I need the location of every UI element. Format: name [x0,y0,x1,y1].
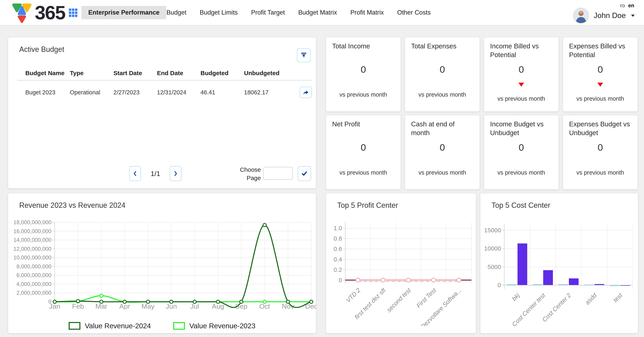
profit-center-chart-card: Top 5 Profit Center 00.20.40.60.81.0VTD … [326,194,476,333]
revenue-chart-title: Revenue 2023 vs Revenue 2024 [19,201,125,210]
decrease-indicator-icon [518,83,524,87]
nav-item-budget[interactable]: Budget [166,9,186,16]
next-page-button[interactable] [170,166,182,181]
filter-funnel-icon [300,52,307,58]
dashboard-page: 365 Enterprise Performance Budget Budget… [0,0,644,337]
col-budgeted: Budgeted [200,70,244,76]
decrease-indicator-icon [598,83,603,87]
svg-text:Feb: Feb [72,302,84,310]
cell-end-date: 12/31/2024 [157,89,200,96]
svg-text:VTD 2: VTD 2 [345,287,362,304]
nav-item-other-costs[interactable]: Other Costs [397,9,430,16]
svg-text:4,000,000,000: 4,000,000,000 [16,281,52,287]
cost-center-bar-chart: 050001000015000bkjCost Center testCost C… [480,213,638,332]
svg-text:0.2: 0.2 [334,266,342,273]
col-unbudgeted: Unbudgeted [244,70,297,76]
cell-budgeted: 46.41 [200,89,244,96]
nav-item-budget-matrix[interactable]: Budget Matrix [298,9,337,16]
checkmark-icon [301,170,308,176]
col-type: Type [70,70,114,76]
open-budget-button[interactable] [300,87,312,98]
svg-text:First Test: First Test [415,286,438,309]
svg-text:18,000,000,000: 18,000,000,000 [13,219,52,226]
cost-center-chart-card: Top 5 Cost Center 050001000015000bkjCost… [480,194,638,333]
apps-grid-icon[interactable] [69,8,77,17]
pagination: 1/1 Choose Page [8,165,316,182]
kpi-card-net-profit: Net Profit 0 vs previous month [326,116,400,189]
svg-text:0.6: 0.6 [334,246,342,252]
kpi-grid: Total Income 0 vs previous month Total E… [326,38,638,189]
svg-text:second test: second test [386,286,412,314]
table-row: Buget 2023 Operational 2/27/2023 12/31/2… [17,87,312,98]
legend-swatch-2023 [173,322,185,330]
svg-text:8,000,000,000: 8,000,000,000 [16,264,52,270]
svg-text:asdd: asdd [584,292,598,306]
svg-text:test: test [612,292,624,304]
svg-text:15000: 15000 [484,227,501,234]
chevron-right-icon [173,170,178,176]
svg-text:0: 0 [498,282,501,288]
nav-item-budget-limits[interactable]: Budget Limits [200,9,238,16]
col-start-date: Start Date [114,70,157,76]
user-menu[interactable]: John Doe [573,8,635,24]
kpi-card-cash-at-end-of-month: Cash at end of month 0 vs previous month [405,116,480,189]
logo-icon [10,2,33,24]
cell-start-date: 2/27/2023 [114,89,157,96]
kpi-card-income-budget-vs-unbudget: Income Budget vs Unbudget 0 vs previous … [484,116,558,189]
kpi-card-total-income: Total Income 0 vs previous month [326,38,400,112]
nav-item-profit-matrix[interactable]: Profit Matrix [350,9,384,16]
cost-center-title: Top 5 Cost Center [492,201,550,210]
choose-page-label: Choose Page [240,166,261,182]
enterprise-performance-button[interactable]: Enterprise Performance [82,6,166,19]
kpi-card-total-expenses: Total Expenses 0 vs previous month [405,38,480,112]
active-budget-panel: Active Budget Budget Name Type Start Dat… [8,38,316,188]
revenue-line-chart: 02,000,000,0004,000,000,0006,000,000,000… [8,213,316,311]
svg-text:5000: 5000 [488,264,501,270]
budget-table-header: Budget Name Type Start Date End Date Bud… [17,68,312,78]
chevron-down-icon [631,14,635,17]
top-bar: 365 Enterprise Performance Budget Budget… [0,0,644,25]
svg-text:10,000,000,000: 10,000,000,000 [13,254,52,261]
revenue-legend: Value Revenue-2024 Value Revenue-2023 [8,322,316,330]
svg-text:6,000,000,000: 6,000,000,000 [16,272,52,278]
cell-type: Operational [70,89,114,96]
legend-item-revenue-2023[interactable]: Value Revenue-2023 [173,322,255,330]
choose-page-input[interactable] [263,167,293,180]
filter-button[interactable] [297,48,311,62]
table-divider [17,80,312,80]
svg-text:0: 0 [338,277,342,283]
share-arrow-icon [303,89,309,96]
budget-table: Budget Name Type Start Date End Date Bud… [17,68,312,98]
svg-text:0.4: 0.4 [334,256,342,263]
avatar [573,8,589,24]
svg-text:14,000,000,000: 14,000,000,000 [13,237,52,243]
col-end-date: End Date [157,70,200,76]
svg-text:12,000,000,000: 12,000,000,000 [13,246,52,252]
legend-swatch-2024 [69,322,80,330]
profit-center-line-chart: 00.20.40.60.81.0VTD 2first test dez sfts… [326,213,476,327]
cell-budget-name: Buget 2023 [25,89,70,96]
revenue-chart-card: Revenue 2023 vs Revenue 2024 02,000,000,… [8,194,316,333]
kpi-card-income-billed-vs-potential: Income Billed vs Potential 0 vs previous… [484,38,558,112]
previous-page-button[interactable] [129,166,141,181]
active-budget-title: Active Budget [19,45,64,54]
nav-item-profit-target[interactable]: Profit Target [251,9,285,16]
logo-text: 365 [35,0,65,25]
profit-center-title: Top 5 Profit Center [337,201,398,210]
svg-text:10000: 10000 [484,245,501,252]
go-to-page-button[interactable] [298,166,311,181]
user-name: John Doe [594,11,626,20]
svg-text:16,000,000,000: 16,000,000,000 [13,228,52,234]
page-indicator: 1/1 [142,165,169,182]
chevron-left-icon [132,170,138,176]
kpi-card-expenses-billed-vs-potential: Expenses Billed vs Potential 0 vs previo… [563,38,638,112]
col-budget-name: Budget Name [25,70,70,76]
main-nav: Budget Budget Limits Profit Target Budge… [166,0,431,25]
cell-unbudgeted: 18062.17 [244,89,297,96]
svg-text:bkj: bkj [510,292,521,302]
svg-text:2,000,000,000: 2,000,000,000 [16,290,52,296]
legend-item-revenue-2024[interactable]: Value Revenue-2024 [69,322,151,330]
svg-text:0.8: 0.8 [334,235,342,242]
svg-text:Dezvoltare Softwa...: Dezvoltare Softwa... [420,287,462,326]
kpi-card-expenses-budget-vs-unbudget: Expenses Budget vs Unbudget 0 vs previou… [563,116,638,189]
